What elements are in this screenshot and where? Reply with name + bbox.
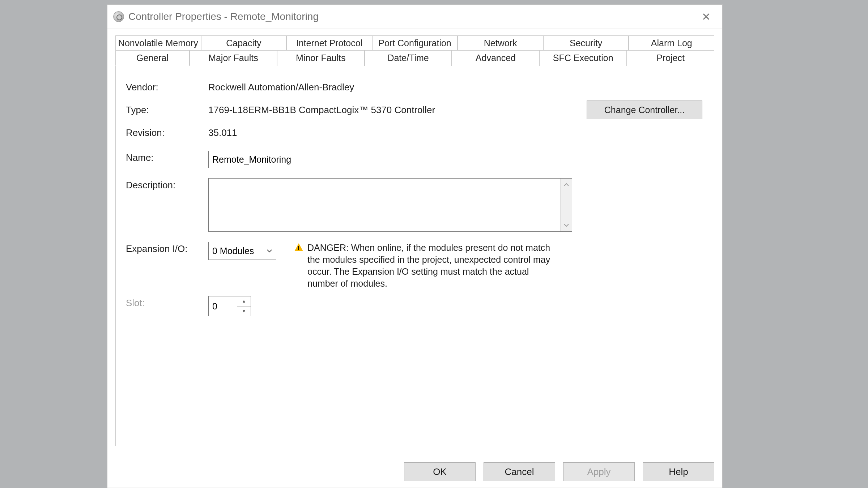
tab-date-time[interactable]: Date/Time [365,50,452,66]
warning-row: DANGER: When online, if the modules pres… [294,242,555,290]
row-revision: Revision: 35.011 [126,126,704,138]
tab-alarm-log[interactable]: Alarm Log [629,35,714,51]
tab-container: Nonvolatile Memory Capacity Internet Pro… [115,35,714,446]
dialog-button-bar: OK Cancel Apply Help [404,462,714,481]
tab-nonvolatile-memory[interactable]: Nonvolatile Memory [115,35,201,51]
apply-button: Apply [563,462,635,481]
label-slot: Slot: [126,296,208,309]
label-name: Name: [126,151,208,163]
tab-project[interactable]: Project [627,50,714,66]
help-button[interactable]: Help [643,462,714,481]
label-vendor: Vendor: [126,80,208,93]
label-revision: Revision: [126,126,208,138]
row-slot: Slot: ▲ ▼ [126,296,704,316]
tab-general[interactable]: General [115,50,190,66]
expansion-io-select[interactable]: 0 Modules [208,242,276,260]
tab-major-faults[interactable]: Major Faults [190,50,277,66]
label-type: Type: [126,103,208,116]
slot-spin-buttons: ▲ ▼ [237,296,251,316]
dialog-window: Controller Properties - Remote_Monitorin… [107,4,723,488]
tab-row-back: Nonvolatile Memory Capacity Internet Pro… [115,35,714,51]
description-scrollbar [560,179,572,231]
ok-button[interactable]: OK [404,462,476,481]
tab-panel-general: Change Controller... Vendor: Rockwell Au… [115,66,714,446]
description-wrap [208,178,572,232]
description-field[interactable] [209,179,560,231]
slot-spin-down-icon[interactable]: ▼ [237,307,251,316]
row-expansion-io: Expansion I/O: 0 Modules DANGER: When on… [126,242,704,290]
close-icon[interactable]: ✕ [698,8,714,25]
tab-capacity[interactable]: Capacity [201,35,287,51]
chevron-down-icon [267,249,272,253]
value-revision: 35.011 [208,126,237,138]
cancel-button[interactable]: Cancel [484,462,555,481]
tab-security[interactable]: Security [543,35,629,51]
tab-port-configuration[interactable]: Port Configuration [372,35,458,51]
tab-network[interactable]: Network [458,35,543,51]
row-name: Name: [126,151,704,168]
label-expansion-io: Expansion I/O: [126,242,208,254]
tab-advanced[interactable]: Advanced [452,50,539,66]
row-description: Description: [126,178,704,232]
titlebar: Controller Properties - Remote_Monitorin… [107,5,722,29]
tab-sfc-execution[interactable]: SFC Execution [539,50,627,66]
slot-stepper[interactable]: ▲ ▼ [208,296,251,316]
tab-minor-faults[interactable]: Minor Faults [277,50,365,66]
scroll-down-icon[interactable] [562,221,571,230]
expansion-io-value: 0 Modules [212,246,254,256]
warning-icon [294,243,303,251]
tab-row-front: General Major Faults Minor Faults Date/T… [115,50,714,66]
change-controller-button[interactable]: Change Controller... [587,100,702,119]
slot-field[interactable] [209,296,237,316]
app-icon [113,11,124,22]
scroll-up-icon[interactable] [562,180,571,189]
warning-text: DANGER: When online, if the modules pres… [307,242,555,290]
value-type: 1769-L18ERM-BB1B CompactLogix™ 5370 Cont… [208,103,435,116]
tab-internet-protocol[interactable]: Internet Protocol [286,35,372,51]
name-field[interactable] [208,151,572,168]
row-vendor: Vendor: Rockwell Automation/Allen-Bradle… [126,80,704,93]
slot-spin-up-icon[interactable]: ▲ [237,296,251,307]
window-title: Controller Properties - Remote_Monitorin… [128,11,319,22]
value-vendor: Rockwell Automation/Allen-Bradley [208,80,354,93]
label-description: Description: [126,178,208,191]
